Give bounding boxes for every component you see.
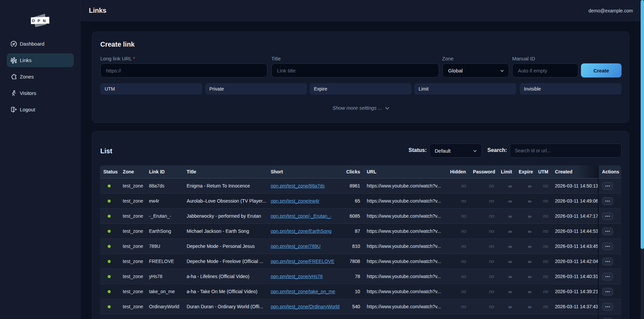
svg-text:OPN: OPN: [32, 19, 48, 23]
